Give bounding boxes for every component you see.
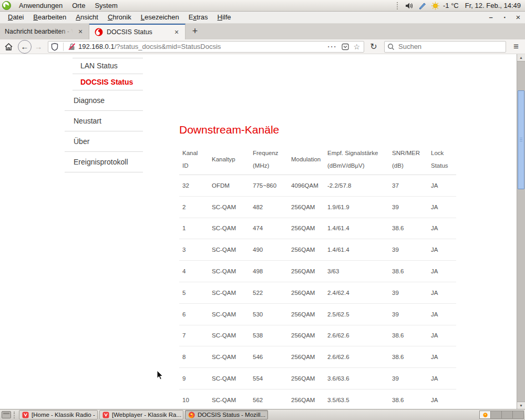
cell-lock-status: JA (428, 204, 456, 210)
tracking-protection-shield-icon[interactable] (50, 43, 59, 51)
topbar-menu-item[interactable]: Anwendungen (14, 2, 67, 9)
home-button[interactable] (2, 40, 15, 53)
cell-kanaltyp: OFDM (209, 182, 250, 189)
panel-grip[interactable] (397, 2, 400, 9)
page-title: Downstream-Kanäle (179, 124, 279, 136)
workspace-switcher (480, 411, 524, 419)
window-close-button[interactable]: × (511, 12, 525, 23)
search-input[interactable] (397, 42, 494, 51)
cell-frequenz: 482 (250, 204, 288, 210)
cell-kanal-id: 10 (179, 397, 209, 403)
desktop: AnwendungenOrteSystem -1 °C Fr, 12. Feb.… (0, 0, 525, 420)
col-frequenz: Frequenz(MHz) (250, 144, 288, 175)
vivaldi-icon (102, 412, 109, 418)
cell-modulation: 4096QAM (288, 182, 324, 189)
cell-frequenz: 474 (250, 225, 288, 231)
cell-kanaltyp: SC-QAM (209, 354, 250, 360)
reload-button[interactable]: ↻ (367, 42, 380, 52)
cell-snr-mer: 38.6 (389, 332, 428, 339)
taskbar-window-docsis-status[interactable]: DOCSIS Status - Mozill... (185, 410, 268, 419)
taskbar-grip (14, 412, 17, 418)
cell-kanal-id: 6 (179, 311, 209, 317)
distributor-logo-icon[interactable] (2, 1, 11, 10)
cell-snr-mer: 39 (389, 311, 428, 317)
scrollbar-thumb[interactable] (518, 90, 524, 189)
vivaldi-icon (22, 412, 29, 418)
cell-kanaltyp: SC-QAM (209, 397, 250, 403)
sidebar-item-docsis-status[interactable]: DOCSIS Status (80, 78, 133, 86)
taskbar-window-webplayer-klassik[interactable]: [Webplayer - Klassik Ra... (99, 410, 183, 419)
cell-lock-status: JA (428, 290, 456, 296)
cell-snr-mer: 38.6 (389, 354, 428, 360)
col-kanaltyp: Kanaltyp (209, 144, 250, 175)
cell-modulation: 256QAM (288, 311, 324, 317)
taskbar-window-home-klassik-radio[interactable]: [Home - Klassik Radio - ... (19, 410, 98, 419)
weather-sun-icon[interactable] (431, 2, 440, 10)
col-signalstaerke: Empf. Signalstärke(dBmV/dBμV) (324, 144, 389, 175)
menubar-item[interactable]: Lesezeichen (136, 12, 184, 23)
window-maximize-button[interactable]: ▪ (498, 12, 511, 23)
workspace-4[interactable] (512, 411, 524, 419)
page-actions-icon[interactable]: ··· (327, 43, 337, 50)
sidebar-item-ereignisprotokoll[interactable]: Ereignisprotokoll (74, 158, 128, 166)
cell-lock-status: JA (428, 225, 456, 231)
table-header-row: KanalID Kanaltyp Frequenz(MHz) Modulatio… (179, 144, 456, 175)
sidebar-item-lan-status[interactable]: LAN Status (80, 62, 118, 70)
menubar-item[interactable]: Bearbeiten (28, 12, 71, 23)
cell-signalstaerke: 3.5/63.5 (324, 397, 389, 403)
gnome-top-panel: AnwendungenOrteSystem -1 °C Fr, 12. Feb.… (0, 0, 525, 12)
url-bar[interactable]: 192.168.0.1/?status_docsis&mid=StatusDoc… (48, 41, 364, 53)
tab-close-icon[interactable]: × (172, 28, 181, 36)
tab-docsis-status[interactable]: DOCSIS Status × (89, 24, 186, 39)
menubar-item[interactable]: Chronik (103, 12, 136, 23)
back-button[interactable]: ← (18, 40, 32, 54)
workspace-1[interactable] (479, 411, 491, 419)
workspace-2[interactable] (490, 411, 502, 419)
taskbar-window-label: DOCSIS Status - Mozill... (198, 412, 265, 418)
table-body: 32 OFDM 775~860 4096QAM -2.2/57.8 37 JA … (179, 175, 456, 409)
sidebar-divider (65, 131, 143, 131)
browser-menubar: Datei Bearbeiten Ansicht Chronik Lesezei… (0, 12, 525, 24)
mouse-cursor (156, 370, 163, 381)
tab-nachricht-bearbeiten[interactable]: Nachricht bearbeiten - Voda × (0, 24, 89, 39)
topbar-menu-item[interactable]: System (90, 2, 122, 9)
tab-title: Nachricht bearbeiten - Voda (5, 28, 73, 35)
taskbar-window-label: [Webplayer - Klassik Ra... (112, 412, 181, 418)
scroll-up-button[interactable]: ▲ (517, 54, 525, 62)
downstream-channels-table: KanalID Kanaltyp Frequenz(MHz) Modulatio… (179, 144, 456, 409)
weather-temperature[interactable]: -1 °C (443, 2, 459, 9)
cell-kanal-id: 9 (179, 375, 209, 382)
scroll-down-button[interactable]: ▼ (517, 402, 525, 409)
bookmark-star-icon[interactable]: ☆ (353, 43, 360, 51)
menubar-item[interactable]: Datei (3, 12, 28, 23)
tablet-pen-applet-icon[interactable] (418, 2, 427, 10)
topbar-menu-item[interactable]: Orte (67, 2, 90, 9)
sidebar-item-diagnose[interactable]: Diagnose (74, 96, 105, 105)
window-minimize-button[interactable]: – (484, 12, 498, 23)
url-host: 192.168.0.1 (78, 43, 115, 50)
cell-signalstaerke: 2.6/62.6 (324, 332, 389, 339)
pocket-icon[interactable] (341, 43, 349, 51)
cell-modulation: 256QAM (288, 204, 324, 210)
app-menu-icon[interactable]: ≡ (508, 42, 524, 52)
cell-snr-mer: 39 (389, 247, 428, 253)
page-content: LAN Status DOCSIS Status Diagnose Neusta… (0, 54, 525, 409)
insecure-lock-icon[interactable] (68, 43, 76, 51)
workspace-3[interactable] (501, 411, 513, 419)
clock[interactable]: Fr, 12. Feb., 14:49 (465, 2, 521, 9)
volume-icon[interactable] (405, 2, 414, 10)
vertical-scrollbar[interactable]: ▲ ▼ (517, 54, 525, 409)
new-tab-button[interactable]: + (187, 24, 203, 39)
menubar-item[interactable]: Hilfe (213, 12, 236, 23)
menubar-item[interactable]: Ansicht (71, 12, 103, 23)
sidebar-item-ueber[interactable]: Über (74, 137, 89, 146)
search-bar (384, 41, 506, 53)
cell-lock-status: JA (428, 311, 456, 317)
cell-modulation: 256QAM (288, 375, 324, 382)
tab-close-icon[interactable]: × (76, 27, 85, 36)
taskbar-applet-icon[interactable] (2, 411, 11, 418)
cell-modulation: 256QAM (288, 332, 324, 339)
forward-button[interactable]: → (32, 40, 45, 53)
menubar-item[interactable]: Extras (184, 12, 213, 23)
sidebar-item-neustart[interactable]: Neustart (74, 117, 101, 125)
